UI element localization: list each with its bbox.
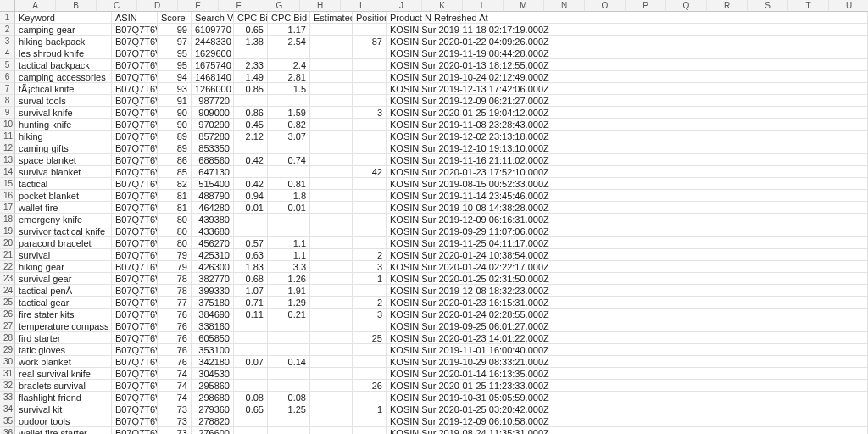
cell[interactable]: 0.94 xyxy=(234,190,268,202)
cell[interactable]: 80 xyxy=(158,237,192,249)
cell[interactable] xyxy=(353,285,387,297)
cell[interactable]: surviva blanket xyxy=(15,166,112,178)
cell[interactable]: fire stater kits xyxy=(15,309,112,320)
col-letter[interactable]: F xyxy=(219,0,259,12)
cell[interactable] xyxy=(615,24,868,36)
cell[interactable]: KOSIN Sur 2020-01-14 16:13:35.000Z xyxy=(387,368,615,380)
cell[interactable]: B07Q7T6V xyxy=(112,119,158,131)
cell[interactable]: KOSIN Sur 2019-11-25 04:11:17.000Z xyxy=(387,237,615,249)
row-number[interactable]: 8 xyxy=(0,95,15,107)
cell[interactable] xyxy=(353,95,387,107)
cell[interactable] xyxy=(615,107,868,119)
cell[interactable]: 26 xyxy=(353,380,387,392)
cell[interactable]: B07Q7T6V xyxy=(112,47,158,59)
cell[interactable] xyxy=(234,320,268,332)
cell[interactable]: 85 xyxy=(158,166,192,178)
cell[interactable]: tactical backpack xyxy=(15,59,112,71)
cell[interactable] xyxy=(310,47,353,59)
cell[interactable]: 425310 xyxy=(192,249,234,261)
cell[interactable]: 0.85 xyxy=(234,83,268,95)
col-letter[interactable]: O xyxy=(585,0,626,12)
cell[interactable]: 81 xyxy=(158,190,192,202)
cell[interactable]: 89 xyxy=(158,131,192,142)
cell[interactable] xyxy=(353,190,387,202)
cell[interactable] xyxy=(353,344,387,356)
cell[interactable]: B07Q7T6V xyxy=(112,107,158,119)
cell[interactable]: work blanket xyxy=(15,356,112,368)
cell[interactable]: 2 xyxy=(353,249,387,261)
cell[interactable]: 456270 xyxy=(192,237,234,249)
cell[interactable] xyxy=(615,297,868,309)
cell[interactable] xyxy=(234,368,268,380)
cell[interactable]: 0.81 xyxy=(268,178,310,190)
cell[interactable] xyxy=(353,71,387,83)
row-number[interactable]: 18 xyxy=(0,214,15,225)
cell[interactable]: 91 xyxy=(158,95,192,107)
cell[interactable]: 2.12 xyxy=(234,131,268,142)
cell[interactable] xyxy=(353,83,387,95)
cell[interactable]: space blanket xyxy=(15,154,112,166)
cell[interactable] xyxy=(310,59,353,71)
row-number[interactable]: 20 xyxy=(0,237,15,249)
cell[interactable] xyxy=(353,59,387,71)
cell[interactable] xyxy=(353,320,387,332)
cell[interactable]: B07Q7T6V xyxy=(112,309,158,320)
header-cell[interactable]: Keyword xyxy=(15,12,112,24)
cell[interactable]: KOSIN Sur 2020-01-24 02:22:17.000Z xyxy=(387,261,615,273)
cell[interactable] xyxy=(353,214,387,225)
cell[interactable]: B07Q7T6V xyxy=(112,427,158,434)
cell[interactable] xyxy=(615,142,868,154)
cell[interactable]: 1675740 xyxy=(192,59,234,71)
cell[interactable] xyxy=(234,47,268,59)
cell[interactable]: 353100 xyxy=(192,344,234,356)
cell[interactable]: 278820 xyxy=(192,415,234,427)
cell[interactable]: survival knife xyxy=(15,107,112,119)
cell[interactable]: B07Q7T6V xyxy=(112,344,158,356)
cell[interactable]: KOSIN Sur 2020-01-23 17:52:10.000Z xyxy=(387,166,615,178)
cell[interactable]: survival kit xyxy=(15,403,112,415)
cell[interactable]: B07Q7T6V xyxy=(112,285,158,297)
cell[interactable]: 1.49 xyxy=(234,71,268,83)
cell[interactable]: B07Q7T6V xyxy=(112,320,158,332)
cell[interactable]: KOSIN Sur 2019-11-14 23:45:46.000Z xyxy=(387,190,615,202)
cell[interactable]: 87 xyxy=(353,36,387,47)
row-number[interactable]: 2 xyxy=(0,24,15,36)
cell[interactable]: 0.42 xyxy=(234,178,268,190)
row-number[interactable]: 16 xyxy=(0,190,15,202)
cell[interactable]: 1.59 xyxy=(268,107,310,119)
col-letter[interactable]: C xyxy=(97,0,137,12)
col-letter[interactable]: L xyxy=(463,0,504,12)
corner[interactable] xyxy=(0,0,15,12)
cell[interactable]: B07Q7T6V xyxy=(112,142,158,154)
cell[interactable] xyxy=(615,380,868,392)
cell[interactable] xyxy=(268,142,310,154)
cell[interactable]: 0.45 xyxy=(234,119,268,131)
cell[interactable] xyxy=(310,131,353,142)
cell[interactable]: KOSIN Sur 2020-01-13 18:12:55.000Z xyxy=(387,59,615,71)
cell[interactable]: 80 xyxy=(158,214,192,225)
cell[interactable]: 375180 xyxy=(192,297,234,309)
row-number[interactable]: 30 xyxy=(0,356,15,368)
cell[interactable]: 298680 xyxy=(192,392,234,403)
col-letter[interactable]: B xyxy=(56,0,97,12)
cell[interactable]: B07Q7T6V xyxy=(112,261,158,273)
cell[interactable]: 384690 xyxy=(192,309,234,320)
cell[interactable] xyxy=(268,95,310,107)
cell[interactable] xyxy=(310,83,353,95)
cell[interactable]: B07Q7T6V xyxy=(112,59,158,71)
cell[interactable] xyxy=(615,71,868,83)
row-number[interactable]: 7 xyxy=(0,83,15,95)
cell[interactable] xyxy=(615,332,868,344)
cell[interactable]: 1.29 xyxy=(268,297,310,309)
cell[interactable]: 1.17 xyxy=(268,24,310,36)
row-number[interactable]: 6 xyxy=(0,71,15,83)
cell[interactable]: 1.25 xyxy=(268,403,310,415)
cell[interactable]: 970290 xyxy=(192,119,234,131)
cell[interactable]: 0.86 xyxy=(234,107,268,119)
cell[interactable] xyxy=(615,83,868,95)
cell[interactable] xyxy=(268,225,310,237)
cell[interactable]: surval tools xyxy=(15,95,112,107)
row-number[interactable]: 10 xyxy=(0,119,15,131)
cell[interactable]: 74 xyxy=(158,368,192,380)
cell[interactable]: camping gear xyxy=(15,24,112,36)
